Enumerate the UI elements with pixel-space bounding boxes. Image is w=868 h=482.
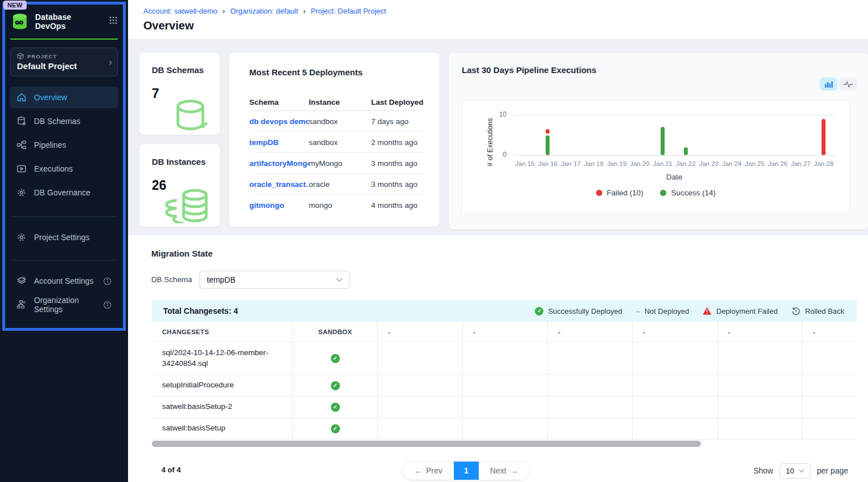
changesets-body: sql/2024-10-14-12-06-member-34240854.sql… xyxy=(152,342,857,440)
chart-legend: Failed (10) Success (14) xyxy=(462,189,849,197)
y-tick-label: 0 xyxy=(492,151,507,159)
column-header: - xyxy=(803,322,857,342)
migration-state-section: Migration State DB Schema tempDB Total C… xyxy=(128,235,868,482)
next-button[interactable]: Next → xyxy=(479,462,530,480)
x-tick-label: Jan 15 xyxy=(515,160,535,167)
database-cylinder-icon xyxy=(158,99,219,134)
sidebar-item-organization-settings[interactable]: Organization Settings xyxy=(10,294,118,315)
chart-bar-slot: Jan 20 xyxy=(628,115,652,167)
prev-label: Prev xyxy=(426,466,442,475)
horizontal-scrollbar xyxy=(152,441,857,447)
table-row: setupInitialProcedure ✓ xyxy=(152,375,857,396)
chart-title: Last 30 Days Pipeline Executions xyxy=(462,65,597,75)
chart-bar-slot: Jan 15 xyxy=(513,115,537,167)
sidebar-item-db-governance[interactable]: DB Governance xyxy=(10,182,118,203)
table-row: db devops demo sandbox 7 days ago xyxy=(249,111,425,132)
sidebar-item-db-schemas[interactable]: DB Schemas xyxy=(10,110,118,132)
sidebar-item-account-settings[interactable]: Account Settings xyxy=(10,270,118,292)
page-size-control: Show 10 per page xyxy=(754,461,848,480)
pipeline-icon xyxy=(16,140,27,150)
schema-link[interactable]: gitmongo xyxy=(249,201,309,210)
legend-rolled-back: Rolled Back xyxy=(792,306,844,315)
x-tick-label: Jan 20 xyxy=(630,160,650,167)
deployments-header-row: Schema Instance Last Deployed xyxy=(249,94,425,111)
play-box-icon xyxy=(16,164,27,174)
page-header: Account: satwell-demo › Organization: de… xyxy=(128,0,868,40)
sidebar-item-label: Account Settings xyxy=(34,276,93,285)
brand-title: Database DevOps xyxy=(35,12,103,31)
app-root: NEW Database DevOps xyxy=(0,0,868,482)
sidebar-frame: Database DevOps xyxy=(2,2,126,331)
x-tick-label: Jan 22 xyxy=(676,160,696,167)
chevron-down-icon xyxy=(799,469,805,473)
chart-bar-slot: Jan 25 xyxy=(743,115,767,167)
chart-bar-slot: Jan 19 xyxy=(605,115,628,167)
deployed-cell: 3 months ago xyxy=(371,159,425,168)
deployments-table: Schema Instance Last Deployed db devops … xyxy=(249,94,425,216)
prev-button[interactable]: ← Prev xyxy=(403,462,454,480)
deployments-title: Most Recent 5 Deployments xyxy=(249,67,425,77)
page-size-select[interactable]: 10 xyxy=(780,463,811,479)
breadcrumb-organization-link[interactable]: Organization: default xyxy=(230,7,298,15)
column-header: CHANGESETS xyxy=(152,322,293,342)
breadcrumb-account-link[interactable]: Account: satwell-demo xyxy=(143,7,218,15)
sidebar-item-project-settings[interactable]: Project Settings xyxy=(10,227,118,248)
db-schema-label: DB Schema xyxy=(151,275,192,284)
y-tick-label: 10 xyxy=(492,110,507,118)
failed-dot-icon xyxy=(596,190,602,196)
column-header: - xyxy=(378,322,463,342)
check-circle-icon: ✓ xyxy=(331,424,340,433)
column-header: - xyxy=(633,322,718,342)
info-icon[interactable] xyxy=(103,301,112,309)
arrow-right-icon: → xyxy=(510,466,518,475)
legend-label: Success (14) xyxy=(671,189,716,197)
changesets-scroll-area[interactable]: CHANGESETS SANDBOX - - - - - - xyxy=(152,322,857,440)
table-row: satwell:basisSetup-2 ✓ xyxy=(152,396,857,418)
page-1-button[interactable]: 1 xyxy=(454,462,479,480)
chart-bar-slot: Jan 21 xyxy=(651,115,674,167)
line-chart-toggle-button[interactable] xyxy=(839,78,857,91)
x-tick-label: Jan 27 xyxy=(791,160,811,167)
check-circle-icon: ✓ xyxy=(331,381,340,390)
schema-link[interactable]: artifactoryMongo xyxy=(249,159,309,168)
new-badge: NEW xyxy=(3,1,27,10)
gear-icon xyxy=(16,187,27,198)
project-label-row: PROJECT xyxy=(17,53,103,59)
schema-link[interactable]: oracle_transact... xyxy=(249,180,309,189)
bar-chart-toggle-button[interactable] xyxy=(820,78,837,91)
sidebar-item-label: Organization Settings xyxy=(34,296,96,314)
table-row: gitmongo mongo 4 months ago xyxy=(249,195,425,216)
column-header: - xyxy=(548,322,633,342)
app-grid-icon[interactable] xyxy=(109,16,118,27)
info-icon[interactable] xyxy=(103,277,112,285)
project-selector[interactable]: PROJECT Default Project › xyxy=(10,48,118,76)
layers-gear-icon xyxy=(16,276,27,286)
check-circle-icon: ✓ xyxy=(535,307,543,315)
chart-bar-slot: Jan 27 xyxy=(789,115,812,167)
check-circle-icon: ✓ xyxy=(331,403,340,412)
total-changesets-label: Total Changesets: 4 xyxy=(163,306,238,315)
changeset-name: setupInitialProcedure xyxy=(162,380,234,390)
x-tick-label: Jan 24 xyxy=(722,160,742,167)
x-tick-label: Jan 28 xyxy=(814,160,834,167)
x-tick-label: Jan 19 xyxy=(607,160,627,167)
changesets-summary-bar: Total Changesets: 4 ✓ Successfully Deplo… xyxy=(152,300,857,322)
schema-link[interactable]: db devops demo xyxy=(249,117,309,126)
deployed-cell: 4 months ago xyxy=(371,201,425,210)
sidebar-item-overview[interactable]: Overview xyxy=(10,87,118,108)
chart-bar-slot: Jan 28 xyxy=(812,115,836,167)
schema-link[interactable]: tempDB xyxy=(249,138,309,147)
column-header: Schema xyxy=(249,98,309,106)
scrollbar-thumb[interactable] xyxy=(152,441,701,447)
chart-bar-slot: Jan 26 xyxy=(766,115,789,167)
db-schema-select[interactable]: tempDB xyxy=(199,271,350,289)
chart-plot-bars: Jan 15Jan 16Jan 17Jan 18Jan 19Jan 20Jan … xyxy=(513,115,835,167)
sidebar-item-executions[interactable]: Executions xyxy=(10,158,118,180)
sidebar-divider xyxy=(11,260,117,261)
brand-row: Database DevOps xyxy=(10,12,118,31)
stat-label: DB Schemas xyxy=(152,65,220,75)
sidebar-item-pipelines[interactable]: Pipelines xyxy=(10,134,118,156)
breadcrumb-project-link[interactable]: Project: Default Project xyxy=(310,7,386,15)
stat-label: DB Instances xyxy=(152,157,220,167)
x-tick-label: Jan 16 xyxy=(538,160,558,167)
